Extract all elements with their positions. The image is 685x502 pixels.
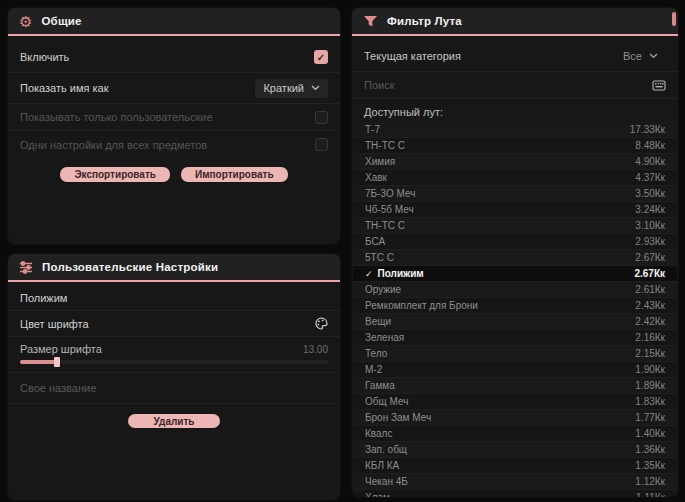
list-item[interactable]: Гамма1.89Кк [353,378,677,394]
custom-name-input[interactable] [20,382,328,394]
list-item-name-wrap: Зеленая [365,332,404,344]
list-item[interactable]: Хавк4.37Кк [353,170,677,186]
list-item-name-wrap: Вещи [365,316,391,328]
list-item-value: 3.10Кк [635,220,665,232]
list-item-value: 1.90Кк [635,364,665,376]
list-item-name: ТН-ТС С [365,140,405,152]
show-name-value: Краткий [263,82,304,94]
show-name-row: Показать имя как Краткий [8,73,340,104]
list-item[interactable]: Зеленая2.16Кк [353,330,677,346]
list-item[interactable]: Оружие2.61Кк [353,282,677,298]
list-item[interactable]: Чб-5б Меч3.24Кк [353,202,677,218]
loot-filter-panel: Фильтр Лута Текущая категория Все [352,8,678,497]
gear-icon: ⚙ [19,14,32,29]
selected-item-name: Полижим [8,282,340,310]
list-item-name: Хавк [365,172,387,184]
list-item[interactable]: Вещи2.42Кк [353,314,677,330]
export-button[interactable]: Экспортировать [60,167,170,182]
general-panel-header: ⚙ Общие [8,8,340,34]
list-item[interactable]: ✓Полижим2.67Кк [353,266,677,282]
list-item[interactable]: БСА2.93Кк [353,234,677,250]
enable-checkbox[interactable]: ✓ [314,50,328,64]
user-settings-panel: Пользовательские Настройки Полижим Цвет … [8,254,340,500]
list-item-name-wrap: Т-7 [365,124,380,136]
list-item-name: Зеленая [365,332,404,344]
list-item-name: Зап. общ [365,444,407,456]
list-item-name-wrap: Гамма [365,380,395,392]
slider-handle[interactable] [54,357,60,367]
loot-filter-header: Фильтр Лута [352,8,678,34]
only-custom-label: Показывать только пользовательские [20,111,213,123]
list-item-value: 1.77Кк [635,412,665,424]
chevron-down-icon [649,53,658,59]
list-item[interactable]: Зап. общ1.36Кк [353,442,677,458]
loot-list-scrollbar[interactable] [672,10,676,380]
list-item-name-wrap: 7Б-3О Меч [365,188,415,200]
list-item-name-wrap: Хавк [365,172,387,184]
list-item[interactable]: Чекан 4Б1.12Кк [353,474,677,490]
list-item[interactable]: ТН-ТС С8.48Кк [353,138,677,154]
list-item[interactable]: М-21.90Кк [353,362,677,378]
list-item[interactable]: Общ Меч1.83Кк [353,394,677,410]
list-item-value: 3.24Кк [635,204,665,216]
list-item-name-wrap: Брон Зам Меч [365,412,431,424]
general-panel-title: Общие [41,15,81,27]
list-item-name-wrap: 5ТС С [365,252,394,264]
list-item-name: Тело [365,348,387,360]
list-item-name-wrap: Чб-5б Меч [365,204,414,216]
search-input[interactable] [364,79,652,91]
list-item-name-wrap: ТН-ТС С [365,220,405,232]
list-item-name-wrap: Хлам [365,492,390,498]
list-item-name-wrap: КБЛ КА [365,460,399,472]
font-color-row: Цвет шрифта [8,310,340,337]
category-dropdown[interactable]: Все [615,47,666,66]
list-item-name: Чекан 4Б [365,476,408,488]
loot-filter-title: Фильтр Лута [387,15,462,27]
list-item-name: Квалс [365,428,392,440]
list-item-value: 4.37Кк [635,172,665,184]
list-item-value: 1.40Кк [635,428,665,440]
palette-icon[interactable] [315,317,328,330]
list-item-name-wrap: ТН-ТС С [365,140,405,152]
list-item-name-wrap: Зап. общ [365,444,407,456]
list-item[interactable]: КБЛ КА1.35Кк [353,458,677,474]
list-item[interactable]: Т-717.33Кк [353,122,677,138]
show-name-label: Показать имя как [20,82,109,94]
same-settings-checkbox[interactable] [315,138,328,151]
font-size-slider[interactable] [20,360,328,364]
list-item-value: 4.90Кк [635,156,665,168]
search-row [352,72,678,99]
list-item[interactable]: 5ТС С2.67Кк [353,250,677,266]
import-button[interactable]: Импортировать [181,167,288,182]
list-item-value: 2.43Кк [635,300,665,312]
list-item-name-wrap: БСА [365,236,385,248]
list-item[interactable]: ТН-ТС С3.10Кк [353,218,677,234]
list-item-value: 2.93Кк [635,236,665,248]
list-item-value: 3.50Кк [635,188,665,200]
show-name-dropdown[interactable]: Краткий [255,79,328,98]
list-item[interactable]: Хлам1.11Кк [353,490,677,497]
same-settings-row: Одни настройки для всех предметов [8,131,340,158]
list-item[interactable]: Брон Зам Меч1.77Кк [353,410,677,426]
list-item[interactable]: Тело2.15Кк [353,346,677,362]
selected-check-icon: ✓ [365,268,373,280]
sliders-icon [19,261,33,274]
list-item[interactable]: Химия4.90Кк [353,154,677,170]
scrollbar-thumb[interactable] [672,12,676,26]
delete-button[interactable]: Удалить [128,414,220,428]
list-item[interactable]: Ремкомплект для Брони2.43Кк [353,298,677,314]
font-size-label: Размер шрифта [20,343,102,355]
list-item[interactable]: 7Б-3О Меч3.50Кк [353,186,677,202]
only-custom-checkbox[interactable] [315,111,328,124]
list-item-name: Хлам [365,492,390,498]
list-item-value: 17.33Кк [630,124,665,136]
keyboard-icon[interactable] [652,80,666,91]
list-item[interactable]: Квалс1.40Кк [353,426,677,442]
list-item-name-wrap: ✓Полижим [365,268,424,280]
list-item-name-wrap: Химия [365,156,395,168]
category-label: Текущая категория [364,50,461,62]
list-item-name-wrap: Квалс [365,428,392,440]
custom-name-row [8,373,340,404]
enable-label: Включить [20,51,69,63]
list-item-name: Гамма [365,380,395,392]
